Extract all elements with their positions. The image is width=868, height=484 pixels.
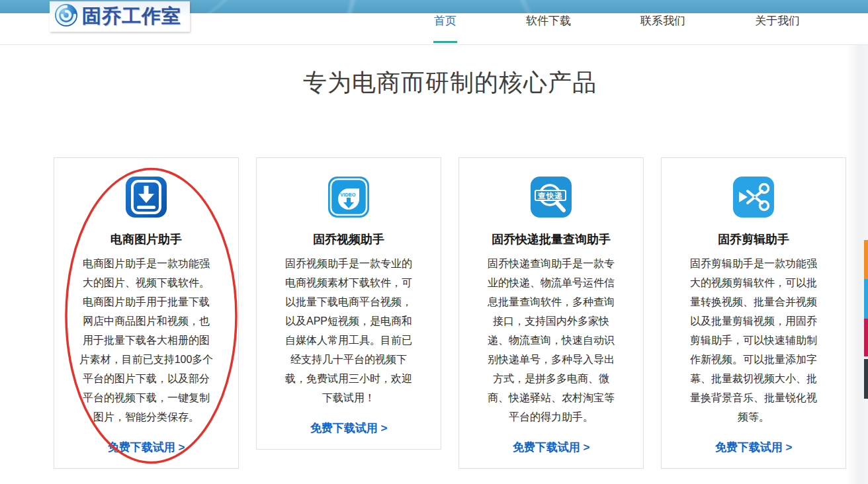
right-gutter xyxy=(847,45,868,484)
product-description: 固乔快递查询助手是一款专业的快递、物流单号运件信息批量查询软件，多种查询接口，支… xyxy=(484,254,619,426)
product-card-clip-assistant: 固乔剪辑助手 固乔剪辑助手是一款功能强大的视频剪辑软件，可以批量转换视频、批量合… xyxy=(661,157,846,469)
product-title: 固乔剪辑助手 xyxy=(662,231,846,247)
free-download-link[interactable]: 免费下载试用 > xyxy=(513,440,590,455)
free-download-link[interactable]: 免费下载试用 > xyxy=(108,440,185,455)
side-widget-dark-strip[interactable] xyxy=(864,359,868,399)
product-card-express-query-assistant: 查快递 固乔快递批量查询助手 固乔快递查询助手是一款专业的快递、物流单号运件信息… xyxy=(458,157,644,469)
free-download-link[interactable]: 免费下载试用 > xyxy=(310,421,388,436)
product-cards: 电商图片助手 电商图片助手是一款功能强大的图片、视频下载软件。电商图片助手用于批… xyxy=(54,157,846,469)
nav-home[interactable]: 首页 xyxy=(434,12,456,45)
nav-contact-us[interactable]: 联系我们 xyxy=(640,12,685,45)
logo-swirl-icon xyxy=(54,3,79,30)
site-logo[interactable]: 固乔工作室 xyxy=(50,1,190,32)
page: 固乔工作室 首页 软件下载 联系我们 关于我们 专为电商而研制的核心产品 xyxy=(0,0,868,484)
download-icon xyxy=(125,176,167,218)
product-title: 固乔视频助手 xyxy=(257,231,441,247)
video-icon-label: VIDEO xyxy=(340,192,356,198)
main-content: 专为电商而研制的核心产品 xyxy=(54,66,846,469)
nav-software-download[interactable]: 软件下载 xyxy=(526,12,571,45)
express-icon-label: 查快递 xyxy=(537,191,563,200)
video-download-icon: VIDEO xyxy=(327,176,370,218)
nav-about-us[interactable]: 关于我们 xyxy=(755,12,800,45)
product-title: 固乔快递批量查询助手 xyxy=(459,231,643,247)
logo-text: 固乔工作室 xyxy=(82,3,181,30)
free-download-link[interactable]: 免费下载试用 > xyxy=(715,440,793,455)
main-nav: 首页 软件下载 联系我们 关于我们 xyxy=(434,12,800,45)
product-description: 固乔视频助手是一款专业的电商视频素材下载软件，可以批量下载电商平台视频，以及AP… xyxy=(281,254,416,407)
product-card-image-assistant: 电商图片助手 电商图片助手是一款功能强大的图片、视频下载软件。电商图片助手用于批… xyxy=(54,157,239,469)
express-query-magnifier-icon: 查快递 xyxy=(530,176,572,218)
side-widget-orange-strip[interactable] xyxy=(864,240,868,279)
product-description: 电商图片助手是一款功能强大的图片、视频下载软件。电商图片助手用于批量下载网店中商… xyxy=(79,254,214,426)
clip-scissors-icon xyxy=(732,176,775,218)
product-title: 电商图片助手 xyxy=(54,231,238,247)
side-widget-cyan-strip[interactable] xyxy=(864,279,868,319)
product-card-video-assistant: VIDEO 固乔视频助手 固乔视频助手是一款专业的电商视频素材下载软件，可以批量… xyxy=(256,157,441,450)
site-header: 固乔工作室 首页 软件下载 联系我们 关于我们 xyxy=(0,0,868,45)
product-description: 固乔剪辑助手是一款功能强大的视频剪辑软件，可以批量转换视频、批量合并视频以及批量… xyxy=(686,254,821,426)
side-widget-crimson-strip[interactable] xyxy=(864,319,868,356)
page-title: 专为电商而研制的核心产品 xyxy=(54,66,846,99)
